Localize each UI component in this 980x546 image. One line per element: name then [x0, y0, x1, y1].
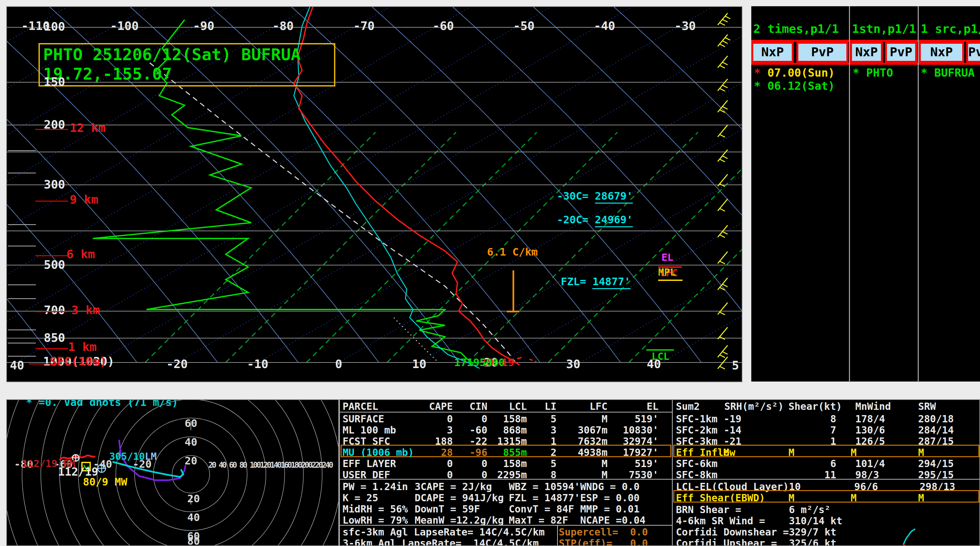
ring-label: 80 — [187, 535, 200, 545]
times-pvp-button[interactable]: PvP — [796, 42, 848, 63]
parcel-row-eff: EFF LAYER00158m5M519' — [342, 458, 668, 469]
station-pvp-button[interactable]: PvP — [885, 42, 917, 63]
stat: 3CAPE = 2J/kg — [415, 481, 509, 492]
time-item-text: 06.12(Sat) — [767, 79, 835, 92]
top-axis-label: -50 — [513, 20, 535, 32]
button-row-border — [850, 63, 918, 65]
source-item-bufrua[interactable]: * BUFRUA — [921, 66, 975, 79]
summary-row-sfc8km: SFC-8km1198/3295/15 — [676, 469, 980, 481]
bottom-axis-label: -10 — [247, 358, 268, 370]
cell: 3 — [422, 424, 453, 436]
pressure-label-150: 150 — [44, 76, 65, 88]
times-subpanel: 2 times,p1/1 NxP PvP * 07.00(Sun) * 06.1… — [751, 6, 849, 381]
cell: 0 — [422, 458, 453, 469]
minus20c-value: 24969' — [595, 213, 633, 227]
eff-shear-v2: M — [851, 492, 857, 503]
surface-value-red2: 19 — [501, 357, 514, 368]
minus30c-text: -30C= — [557, 190, 595, 202]
corfidi-downshear-row: Corfidi Downshear =329/7 kt — [676, 526, 837, 538]
cell: 130/6 — [839, 424, 918, 436]
minus20c-text: -20C= — [557, 213, 595, 226]
inset-profile-curve — [883, 515, 923, 546]
cell: 4938m — [557, 447, 608, 458]
cell: SFC-2km — [676, 424, 724, 436]
left-tick — [8, 330, 36, 330]
lapse-rate-row-1: sfc-3km Agl LapseRate= 14C/4.5C/km — [342, 526, 545, 538]
cell: 2 — [527, 447, 557, 458]
cell: 178/4 — [839, 413, 918, 425]
height-tick — [29, 363, 62, 364]
ring-label: 40 — [187, 511, 200, 524]
fzl-text: FZL= — [561, 275, 592, 288]
stat: ConvT = 84F — [509, 503, 580, 515]
stats-row-3: MidRH = 56%DownT = 59FConvT = 84FMMP = 0… — [342, 503, 668, 515]
hodograph-plot: 60 40 20 20 40 60 80 -80 -60 -40 -20 20 … — [7, 400, 338, 545]
stats-row-1: PW = 1.24in3CAPE = 2J/kgWBZ = 10594'WNDG… — [342, 481, 668, 492]
minus30c-label: -30C= 28679' — [557, 191, 633, 202]
table-main-divider — [672, 400, 673, 546]
cell: 0 — [453, 413, 487, 425]
mpl-label: MPL — [658, 267, 676, 278]
storm-motion-marker — [98, 464, 106, 472]
fzl-value: 14877' — [592, 275, 630, 289]
source-item-marker: * — [921, 66, 928, 79]
top-axis-label: -30 — [674, 20, 696, 32]
lcl-label: LCL — [652, 351, 669, 362]
lapse-rate-row-2: 3-6km Agl LapseRate= 14C/4.5C/km — [342, 538, 539, 546]
hodograph-rings — [7, 400, 338, 545]
height-label-9km: 9 km — [70, 194, 99, 206]
time-item-label — [760, 79, 767, 92]
cell: SFC-6km — [676, 458, 724, 469]
cell: 158m — [487, 458, 527, 469]
cell: 280/18 — [918, 413, 980, 425]
source-pvp-button[interactable]: PvP — [966, 42, 980, 63]
bottom-axis-label: -20 — [166, 358, 188, 370]
virtual-temp-segment2 — [530, 359, 536, 362]
cell: M — [557, 458, 608, 469]
left-tick — [8, 173, 36, 173]
cell: MU (1006 mb) — [342, 447, 422, 458]
summary-header-srh: SRH(m²/s²) — [724, 401, 784, 412]
cell — [724, 469, 773, 481]
stat: PW = 1.24in — [342, 481, 415, 492]
height-label-6km: 6 km — [67, 248, 95, 260]
times-header: 2 times,p1/1 — [753, 22, 839, 35]
station-nxp-button[interactable]: NxP — [850, 42, 883, 63]
height-tick — [35, 129, 68, 130]
source-item-text: BUFRUA — [934, 66, 975, 79]
summary-header-shear: Shear(kt) — [789, 401, 842, 412]
stats-row-4: LowRH = 79%MeanW =12.2g/kgMaxT = 82FNCAP… — [342, 514, 668, 526]
bottom-axis-label: 0 — [335, 358, 342, 370]
top-axis-label: -80 — [272, 20, 294, 32]
left-tick — [8, 246, 36, 246]
hodograph-panel[interactable]: 60 40 20 20 40 60 80 -80 -60 -40 -20 20 … — [6, 399, 339, 546]
skewt-panel[interactable]: PHTO 251206/12(Sat) BUFRUA 19.72,-155.07… — [6, 6, 742, 382]
source-nxp-button[interactable]: NxP — [919, 42, 964, 63]
pressure-label-100: 100 — [44, 21, 65, 33]
data-selector-panel: 2 times,p1/1 NxP PvP * 07.00(Sun) * 06.1… — [751, 6, 980, 382]
mpl-line — [658, 279, 682, 281]
cell: 17927' — [608, 447, 659, 458]
summary-header-srw: SRW — [918, 401, 936, 412]
col-li: LI — [527, 401, 557, 412]
bottom-axis-label: 30 — [566, 358, 580, 370]
hodo-axis-right: 20 40 60 80 100120140160180200220240 — [208, 460, 333, 470]
parcel-row-surface: SURFACE00158m5M519' — [342, 413, 668, 425]
stat: DownT = 59F — [415, 503, 509, 515]
cell: 6 — [773, 458, 839, 469]
time-item-0612[interactable]: * 06.12(Sat) — [754, 79, 835, 92]
cell: SFC-8km — [676, 469, 724, 481]
station-coords: 19.72,-155.07 — [43, 65, 331, 84]
sr-wind-row: 4-6km SR Wind = 310/14 kt — [676, 515, 842, 527]
minus30c-value: 28679' — [595, 190, 633, 203]
cell: 11 — [773, 469, 839, 481]
surface-value-green: 17195000 — [454, 357, 505, 368]
time-item-0700[interactable]: * 07.00(Sun) — [754, 66, 835, 79]
station-item-phto[interactable]: * PHTO — [853, 66, 893, 79]
source-item-space — [928, 66, 934, 79]
time-item-label — [760, 66, 767, 79]
stat: NCAPE =0.04 — [580, 514, 665, 526]
cell: 855m — [487, 447, 527, 458]
times-nxp-button[interactable]: NxP — [751, 42, 794, 63]
col-cape: CAPE — [422, 401, 453, 412]
